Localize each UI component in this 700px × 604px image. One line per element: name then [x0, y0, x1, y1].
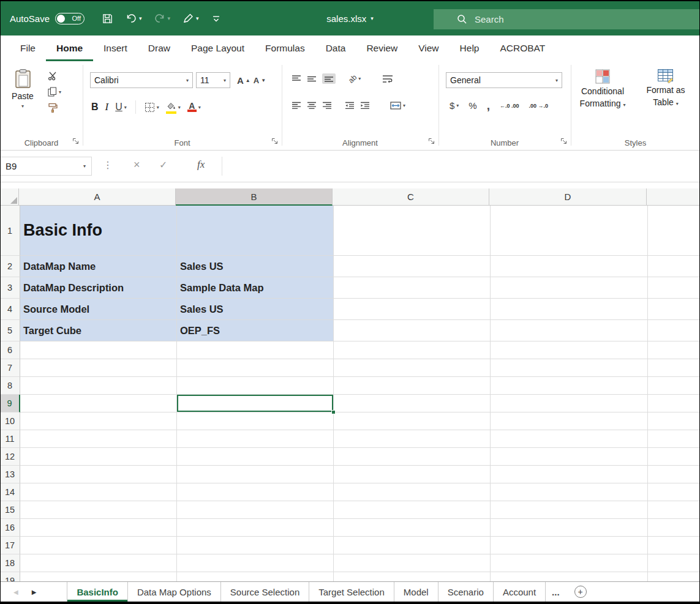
cell-B1[interactable]: [177, 206, 334, 256]
decrease-font-size-button[interactable]: A▼: [254, 76, 266, 85]
fill-color-button[interactable]: ▾: [166, 101, 181, 114]
ribbon-tab-insert[interactable]: Insert: [93, 35, 138, 61]
sheet-tab-account[interactable]: Account: [494, 582, 546, 602]
cell-B15[interactable]: [177, 501, 334, 519]
font-dialog-launcher[interactable]: [271, 136, 278, 147]
add-sheet-button[interactable]: +: [574, 586, 587, 598]
format-as-table-dropdown-icon[interactable]: ▾: [676, 101, 679, 106]
cell-A12[interactable]: [20, 448, 177, 466]
cell-D7[interactable]: [491, 359, 648, 377]
cell-D16[interactable]: [491, 519, 648, 537]
orientation-button[interactable]: ab ▾: [348, 75, 361, 83]
align-middle-button[interactable]: [307, 75, 317, 83]
number-dialog-launcher[interactable]: [560, 136, 567, 147]
autosave-control[interactable]: AutoSave Off: [10, 13, 85, 24]
cell-C18[interactable]: [334, 554, 491, 572]
customize-quick-access-button[interactable]: [211, 13, 221, 23]
cell-D18[interactable]: [491, 554, 648, 572]
increase-indent-button[interactable]: [360, 102, 370, 110]
sheet-tab-data-map-options[interactable]: Data Map Options: [128, 582, 221, 602]
copy-button[interactable]: ▾: [48, 87, 61, 97]
cell-C11[interactable]: [334, 430, 491, 448]
cell-D8[interactable]: [491, 377, 648, 395]
cell-B4[interactable]: Sales US: [177, 299, 334, 320]
cell-A6[interactable]: [20, 341, 177, 359]
document-title[interactable]: sales.xlsx ▾: [326, 13, 374, 24]
cell-E14[interactable]: [648, 483, 700, 501]
ribbon-tab-formulas[interactable]: Formulas: [255, 35, 315, 61]
redo-dropdown-icon[interactable]: ▾: [168, 15, 171, 21]
cell-C3[interactable]: [334, 277, 491, 299]
row-header-14[interactable]: 14: [0, 483, 20, 501]
formula-input[interactable]: [224, 157, 700, 176]
cell-E11[interactable]: [648, 430, 700, 448]
cell-A5[interactable]: Target Cube: [20, 320, 177, 341]
row-header-1[interactable]: 1: [0, 206, 20, 256]
name-box[interactable]: B9 ▾: [0, 157, 92, 176]
cell-A10[interactable]: [20, 412, 177, 430]
cell-A14[interactable]: [20, 483, 177, 501]
ribbon-tab-file[interactable]: File: [10, 35, 46, 61]
draw-touch-button[interactable]: ▾: [183, 13, 199, 24]
cell-E12[interactable]: [648, 448, 700, 466]
cell-E16[interactable]: [648, 519, 700, 537]
font-size-dropdown-icon[interactable]: ▾: [224, 78, 226, 83]
currency-dropdown-icon[interactable]: ▾: [456, 103, 459, 108]
fill-color-dropdown-icon[interactable]: ▾: [178, 105, 181, 110]
cell-B17[interactable]: [177, 537, 334, 554]
row-header-7[interactable]: 7: [0, 359, 20, 377]
cell-D1[interactable]: [491, 206, 648, 256]
cell-B12[interactable]: [177, 448, 334, 466]
row-header-3[interactable]: 3: [0, 277, 20, 299]
cell-C14[interactable]: [334, 483, 491, 501]
number-format-select[interactable]: General ▾: [446, 72, 562, 88]
bold-button[interactable]: B: [91, 102, 99, 113]
increase-decimal-button[interactable]: ←.0 .00: [500, 103, 519, 109]
row-header-5[interactable]: 5: [0, 320, 20, 341]
row-header-10[interactable]: 10: [0, 412, 20, 430]
row-header-18[interactable]: 18: [0, 554, 20, 572]
borders-button[interactable]: ▾: [145, 102, 159, 113]
merge-center-dropdown-icon[interactable]: ▾: [403, 103, 405, 108]
font-color-button[interactable]: A ▾: [187, 102, 201, 112]
cell-E1[interactable]: [648, 206, 700, 256]
conditional-formatting-button[interactable]: Conditional Formatting ▾: [572, 69, 633, 110]
search-bar[interactable]: Search: [434, 9, 700, 29]
column-header-A[interactable]: A: [19, 188, 176, 206]
cell-A16[interactable]: [20, 519, 177, 537]
sheet-tab-target-selection[interactable]: Target Selection: [309, 582, 394, 602]
confirm-entry-button[interactable]: ✓: [159, 159, 167, 171]
cell-A3[interactable]: DataMap Description: [20, 277, 177, 299]
wrap-text-button[interactable]: [382, 75, 393, 83]
align-bottom-button[interactable]: [322, 73, 336, 84]
cell-D14[interactable]: [491, 483, 648, 501]
cell-A13[interactable]: [20, 466, 177, 483]
cut-button[interactable]: [48, 71, 61, 81]
column-header-D[interactable]: D: [489, 188, 647, 206]
cell-D10[interactable]: [491, 412, 648, 430]
ribbon-tab-review[interactable]: Review: [356, 35, 408, 61]
increase-font-size-button[interactable]: A▲: [237, 75, 250, 86]
cell-B11[interactable]: [177, 430, 334, 448]
undo-dropdown-icon[interactable]: ▾: [139, 15, 142, 21]
ribbon-tab-page-layout[interactable]: Page Layout: [181, 35, 255, 61]
borders-dropdown-icon[interactable]: ▾: [157, 105, 159, 110]
row-header-19[interactable]: 19: [0, 572, 20, 581]
cell-B5[interactable]: OEP_FS: [177, 320, 334, 341]
column-header-E[interactable]: [647, 188, 700, 206]
row-header-11[interactable]: 11: [0, 430, 20, 448]
row-header-6[interactable]: 6: [0, 341, 20, 359]
cell-A17[interactable]: [20, 537, 177, 554]
cell-C7[interactable]: [334, 359, 491, 377]
cell-D3[interactable]: [491, 277, 648, 299]
sheet-tab-source-selection[interactable]: Source Selection: [221, 582, 309, 602]
sheet-tab-basicinfo[interactable]: BasicInfo: [67, 582, 128, 602]
font-name-select[interactable]: Calibri ▾: [90, 72, 193, 88]
undo-button[interactable]: ▾: [126, 13, 142, 24]
align-top-button[interactable]: [292, 75, 301, 83]
cell-C17[interactable]: [334, 537, 491, 554]
cell-C16[interactable]: [334, 519, 491, 537]
sheet-tabs-overflow[interactable]: ...: [546, 582, 566, 602]
align-center-button[interactable]: [307, 102, 317, 110]
row-header-13[interactable]: 13: [0, 466, 20, 483]
